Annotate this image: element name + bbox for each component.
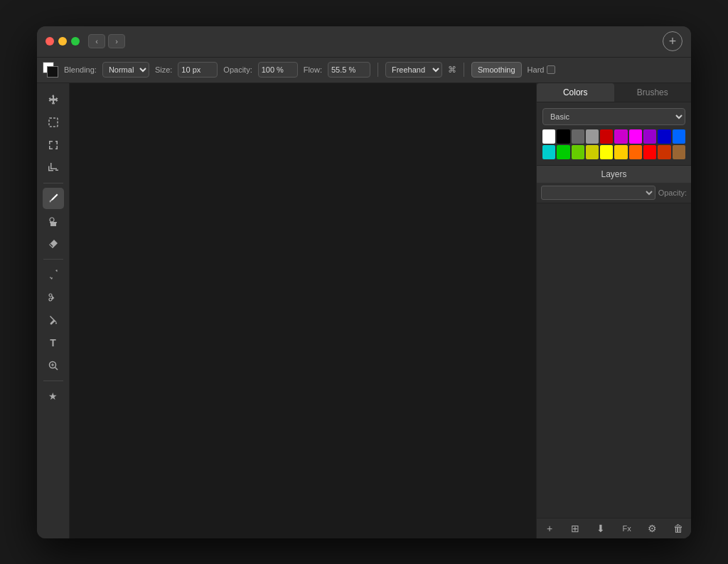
color-orange[interactable] xyxy=(629,145,642,159)
color-brick[interactable] xyxy=(658,145,670,159)
tool-stamp[interactable] xyxy=(43,211,64,232)
color-gold[interactable] xyxy=(614,145,627,159)
color-brown[interactable] xyxy=(673,145,685,159)
add-button[interactable]: + xyxy=(663,31,682,51)
color-white[interactable] xyxy=(542,129,555,144)
tool-crop[interactable] xyxy=(43,157,64,179)
size-input[interactable] xyxy=(178,62,218,78)
separator xyxy=(378,63,378,77)
blending-label: Blending: xyxy=(64,65,97,74)
color-gray[interactable] xyxy=(586,129,599,144)
back-button[interactable]: ‹ xyxy=(88,34,105,48)
foreground-color xyxy=(47,66,58,78)
svg-point-2 xyxy=(49,294,52,297)
color-row-2 xyxy=(542,145,685,159)
color-magenta[interactable] xyxy=(629,129,642,144)
layers-section: Layers Opacity: + ⊞ ⬇ Fx ⚙ 🗑 xyxy=(537,165,691,538)
color-blue[interactable] xyxy=(673,129,685,144)
tool-text[interactable]: T xyxy=(43,332,64,353)
layers-header: Layers xyxy=(537,166,691,183)
forward-button[interactable]: › xyxy=(108,34,125,48)
title-bar: ‹ › + xyxy=(37,26,691,58)
tool-select-rect[interactable] xyxy=(43,112,64,133)
delete-layer-button[interactable]: 🗑 xyxy=(671,523,685,534)
traffic-lights xyxy=(46,37,80,46)
svg-rect-0 xyxy=(49,118,58,127)
tool-brush[interactable] xyxy=(43,188,64,209)
tool-eraser[interactable] xyxy=(43,233,64,255)
color-black[interactable] xyxy=(557,129,569,144)
layer-select[interactable] xyxy=(541,186,655,200)
panel-tabs: Colors Brushes xyxy=(537,83,691,102)
freehand-select[interactable]: Freehand xyxy=(385,62,442,78)
size-label: Size: xyxy=(155,65,172,74)
tool-zoom[interactable] xyxy=(43,355,64,376)
maximize-button[interactable] xyxy=(71,37,80,46)
opacity-label: Opacity: xyxy=(658,188,687,197)
layers-toolbar: Opacity: xyxy=(537,183,691,203)
layers-list[interactable] xyxy=(537,203,691,518)
blending-select[interactable]: Normal xyxy=(102,62,149,78)
tool-pen[interactable] xyxy=(43,264,64,285)
add-layer-button[interactable]: + xyxy=(542,523,557,534)
color-swatch[interactable] xyxy=(43,62,58,78)
tab-brushes[interactable]: Brushes xyxy=(614,83,692,102)
tool-scissors[interactable] xyxy=(43,287,64,308)
color-row-1 xyxy=(542,129,685,144)
close-button[interactable] xyxy=(46,37,54,46)
color-magenta-dark[interactable] xyxy=(614,129,627,144)
opacity-label: Opacity: xyxy=(223,65,252,74)
flow-input[interactable] xyxy=(328,62,370,78)
right-panel: Colors Brushes Basic xyxy=(536,83,691,538)
nav-buttons: ‹ › xyxy=(88,34,125,48)
color-grid xyxy=(542,129,685,159)
colors-section: Basic xyxy=(537,102,691,165)
path-icon[interactable]: ⌘ xyxy=(448,65,456,75)
tool-separator3 xyxy=(43,381,63,381)
hard-checkbox[interactable] xyxy=(547,65,555,74)
tool-move[interactable] xyxy=(43,89,64,110)
tool-fill[interactable] xyxy=(43,309,64,331)
color-lime[interactable] xyxy=(572,145,584,159)
color-purple[interactable] xyxy=(643,129,656,144)
minimize-button[interactable] xyxy=(58,37,67,46)
toolbar: Blending: Normal Size: Opacity: Flow: Fr… xyxy=(37,58,691,83)
tab-colors[interactable]: Colors xyxy=(537,83,614,102)
smoothing-button[interactable]: Smoothing xyxy=(471,62,522,78)
group-layer-button[interactable]: ⊞ xyxy=(568,523,582,534)
color-navy[interactable] xyxy=(658,129,670,144)
opacity-input[interactable] xyxy=(258,62,298,78)
svg-point-3 xyxy=(49,298,52,301)
color-olive[interactable] xyxy=(586,145,599,159)
svg-point-1 xyxy=(50,218,54,222)
layers-footer: + ⊞ ⬇ Fx ⚙ 🗑 xyxy=(537,518,691,538)
flow-label: Flow: xyxy=(304,65,322,74)
settings-layer-button[interactable]: ⚙ xyxy=(646,523,660,534)
color-dark-gray[interactable] xyxy=(572,129,584,144)
canvas-area[interactable] xyxy=(70,83,536,538)
separator2 xyxy=(464,63,464,77)
tool-favorite[interactable]: ★ xyxy=(43,385,64,407)
preset-select[interactable]: Basic xyxy=(542,108,685,125)
main-area: T ★ Colors Brushes Basic xyxy=(37,83,691,538)
color-red[interactable] xyxy=(643,145,656,159)
tool-separator2 xyxy=(43,259,63,260)
color-yellow[interactable] xyxy=(600,145,613,159)
tool-transform[interactable] xyxy=(43,134,64,156)
color-dark-red[interactable] xyxy=(600,129,613,144)
app-window: ‹ › + Blending: Normal Size: Opacity: Fl… xyxy=(37,26,691,538)
tool-separator1 xyxy=(43,183,63,183)
color-green[interactable] xyxy=(557,145,569,159)
hard-label: Hard xyxy=(528,65,556,74)
duplicate-layer-button[interactable]: ⬇ xyxy=(594,523,608,534)
color-cyan[interactable] xyxy=(542,145,555,159)
fx-button[interactable]: Fx xyxy=(620,524,634,533)
left-toolbar: T ★ xyxy=(37,83,70,538)
colors-header: Basic xyxy=(542,108,685,125)
